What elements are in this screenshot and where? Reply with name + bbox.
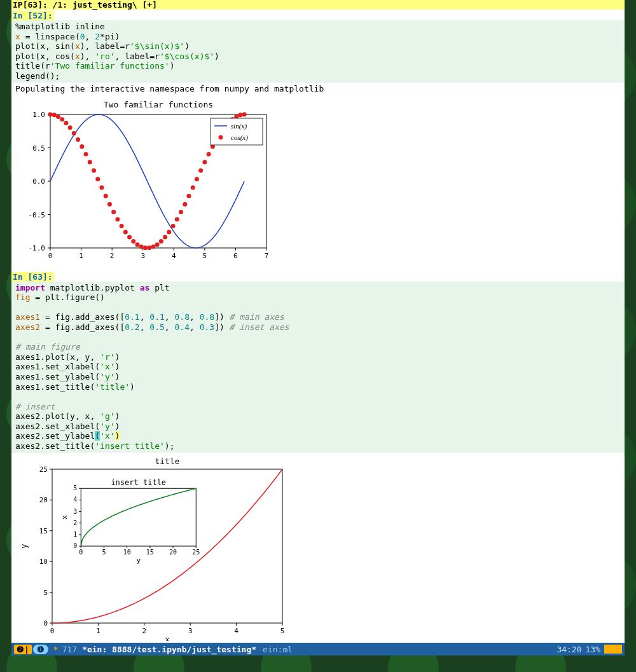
svg-point-61 [179,210,183,214]
svg-text:0: 0 [79,549,83,556]
svg-text:5: 5 [203,252,207,260]
svg-text:4: 4 [172,252,176,260]
svg-point-46 [120,224,124,228]
svg-point-57 [163,235,167,239]
svg-text:-0.5: -0.5 [29,210,46,219]
modeline-mode: ein:ml [263,645,293,654]
cell-output-1: Populating the interactive namespace fro… [11,83,625,95]
svg-text:5: 5 [73,484,77,491]
modeline-line: 717 [62,645,77,654]
modeline-buffer: *ein: 8888/test.ipynb/just_testing* [82,645,256,654]
svg-point-28 [48,112,53,116]
svg-point-47 [123,230,128,234]
mode-line: ❷| ❶ * 717 *ein: 8888/test.ipynb/just_te… [11,643,625,655]
svg-text:0: 0 [73,542,77,549]
svg-point-64 [191,185,195,189]
modeline-position: 34:20 [556,645,581,654]
svg-text:4: 4 [73,496,77,503]
modeline-percent: 13% [586,645,600,654]
svg-text:y: y [20,544,29,548]
cell-prompt-2: In [63]: [11,272,54,282]
modeline-badge-1: ❷| [14,645,32,654]
svg-point-45 [115,217,120,221]
svg-point-40 [95,177,100,181]
svg-point-66 [198,168,203,172]
svg-text:2: 2 [142,627,146,635]
svg-text:2: 2 [73,519,77,526]
svg-text:2: 2 [110,252,114,260]
svg-text:3: 3 [188,627,193,635]
svg-text:6: 6 [233,252,238,260]
svg-text:3: 3 [141,252,145,260]
cell-code-1[interactable]: %matplotlib inline x = linspace(0, 2*pi)… [11,20,625,83]
svg-point-59 [171,224,176,228]
svg-point-55 [155,242,160,247]
modeline-end-block [604,645,622,654]
svg-point-63 [186,193,191,198]
svg-rect-111 [81,488,196,546]
svg-text:0: 0 [43,619,48,627]
svg-text:4: 4 [234,627,238,635]
svg-text:5: 5 [102,549,106,556]
modeline-modified-icon: * [53,645,59,654]
svg-text:3: 3 [73,507,77,514]
svg-point-76 [238,113,242,117]
svg-text:y: y [136,556,141,565]
svg-point-37 [84,152,88,156]
svg-point-44 [111,210,116,214]
svg-text:15: 15 [39,526,48,535]
svg-point-65 [195,177,199,181]
svg-text:5: 5 [43,588,48,596]
svg-text:-1.0: -1.0 [29,244,46,252]
cell-prompt-1: In [52]: [11,11,54,20]
svg-text:5: 5 [280,627,285,635]
svg-point-33 [68,125,73,130]
svg-point-35 [76,137,80,142]
svg-text:Two familiar functions: Two familiar functions [104,100,213,109]
svg-point-32 [64,121,68,125]
svg-point-39 [92,168,96,172]
svg-text:0.0: 0.0 [32,177,45,186]
svg-point-62 [183,202,187,206]
svg-point-29 [52,113,57,117]
svg-point-81 [219,135,223,139]
svg-text:7: 7 [265,252,269,260]
svg-text:15: 15 [146,549,154,556]
svg-text:1.0: 1.0 [32,111,45,119]
svg-point-51 [139,244,144,249]
svg-text:cos(x): cos(x) [231,134,248,142]
chart-1: Two familiar functions01234567-1.0-0.50.… [11,95,625,271]
svg-point-48 [127,235,132,239]
svg-text:20: 20 [169,549,177,556]
svg-text:1: 1 [73,531,77,538]
svg-point-67 [202,160,207,164]
svg-text:10: 10 [39,558,48,566]
svg-text:25: 25 [192,549,200,556]
svg-text:1: 1 [79,252,83,260]
chart-2: title0123450510152025xyinsert title05101… [11,453,625,645]
svg-text:25: 25 [39,465,48,474]
svg-point-53 [147,245,151,250]
svg-point-43 [107,202,112,206]
svg-text:10: 10 [123,549,131,556]
svg-point-52 [143,245,148,250]
svg-point-49 [131,239,135,243]
editor-window: IP[63]: /1: just_testing\ [+] In [52]: %… [11,0,625,645]
tab-bar[interactable]: IP[63]: /1: just_testing\ [+] [11,0,625,10]
svg-text:0: 0 [48,252,53,260]
svg-text:title: title [155,456,179,466]
svg-point-68 [207,152,211,156]
svg-text:20: 20 [39,496,48,504]
svg-point-31 [60,117,64,121]
svg-point-30 [56,114,60,118]
svg-point-42 [104,193,108,198]
svg-point-36 [80,144,84,149]
svg-text:0.5: 0.5 [32,144,45,152]
svg-point-50 [135,242,140,247]
modeline-badge-2: ❶ [33,645,48,654]
svg-text:x: x [165,635,169,641]
svg-text:x: x [60,515,69,519]
svg-text:insert title: insert title [111,478,166,487]
cell-code-2[interactable]: import matplotlib.pyplot as plt fig = pl… [11,282,625,453]
svg-point-77 [242,112,247,116]
